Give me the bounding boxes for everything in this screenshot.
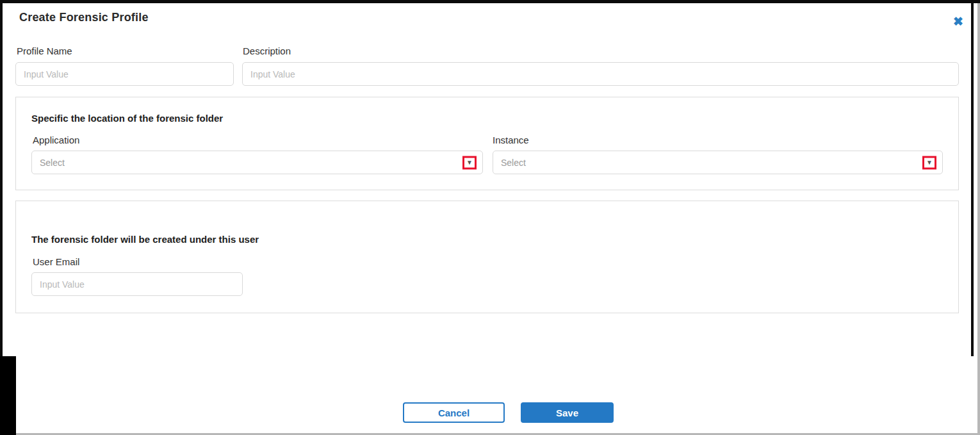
save-button[interactable]: Save (521, 402, 614, 423)
frame-edge-left (0, 0, 3, 357)
chevron-down-icon[interactable]: ▼ (926, 160, 933, 166)
profile-name-label: Profile Name (17, 45, 72, 56)
application-select[interactable]: Select ▼ (31, 151, 483, 174)
description-label: Description (243, 45, 291, 56)
annotation-highlight-application: ▼ (462, 156, 477, 169)
instance-label: Instance (493, 135, 529, 145)
location-section: Specific the location of the forensic fo… (15, 97, 959, 190)
application-select-value: Select (40, 158, 65, 168)
frame-edge-right (977, 0, 980, 435)
description-input[interactable] (242, 62, 959, 86)
frame-edge-top (0, 0, 980, 3)
cancel-button[interactable]: Cancel (403, 402, 505, 423)
instance-select-value: Select (501, 158, 526, 168)
modal-border-right (971, 0, 974, 356)
profile-name-input[interactable] (15, 62, 234, 86)
modal-title: Create Forensic Profile (19, 11, 149, 24)
user-email-label: User Email (33, 256, 79, 267)
user-section: The forensic folder will be created unde… (15, 201, 959, 313)
instance-select[interactable]: Select ▼ (493, 151, 943, 174)
annotation-highlight-instance: ▼ (922, 156, 936, 169)
user-email-input[interactable] (31, 272, 243, 296)
close-icon[interactable]: ✖ (953, 15, 963, 28)
background-sidebar-artifact (0, 356, 16, 435)
application-label: Application (33, 135, 79, 145)
chevron-down-icon[interactable]: ▼ (466, 160, 473, 166)
location-section-heading: Specific the location of the forensic fo… (31, 113, 223, 124)
user-section-heading: The forensic folder will be created unde… (31, 234, 259, 245)
